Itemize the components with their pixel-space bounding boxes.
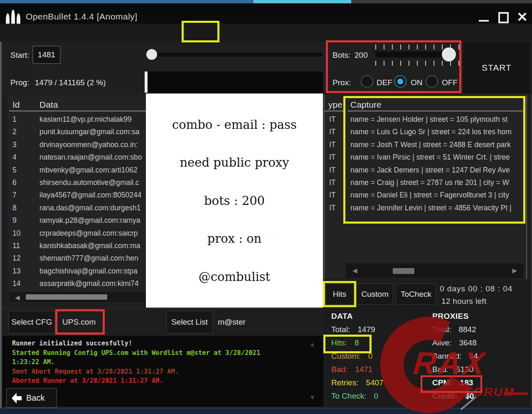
prog-value: 1479 / 141165 (2 %) (35, 78, 106, 87)
row-id: 14 (12, 277, 39, 290)
capture-row[interactable]: name = Josh T West | street = 2488 E des… (350, 138, 523, 151)
back-button[interactable]: Back (6, 388, 57, 408)
overlay-line: prox : on (207, 232, 262, 246)
row-data: mbvenky@gmail.com:arti1062 (39, 164, 138, 176)
row-data: crpradeeps@gmail.com:saicrp (39, 227, 138, 239)
hit-type: IT (329, 126, 344, 138)
column-header-id: Id (12, 100, 20, 110)
scroll-right-icon[interactable]: ▶ (512, 267, 517, 274)
back-label: Back (26, 393, 44, 403)
proxies-stats: Total:8842 Alive:3648 Banned:64 Bad:5130… (432, 325, 478, 405)
capture-row[interactable]: name = Jennifer Levin | street = 4856 Ve… (350, 202, 523, 214)
scroll-up-icon[interactable]: ▲ (309, 341, 315, 347)
row-id: 11 (12, 239, 39, 252)
prox-on-radio[interactable] (394, 75, 406, 88)
scroll-down-icon[interactable]: ▼ (309, 394, 315, 400)
top-border-blue (0, 0, 254, 3)
capture-row[interactable]: name = Ivan Pirsic | street = 51 Winter … (350, 151, 523, 163)
row-id: 12 (12, 252, 39, 264)
elapsed-time: 0 days 00 : 08 : 04 (440, 284, 512, 293)
select-list-button[interactable]: Select List (166, 311, 213, 333)
list-value[interactable]: m@ster (218, 318, 246, 327)
stat-proxy-alive: Alive:3648 (432, 338, 478, 352)
prog-caption: Prog: (10, 78, 29, 87)
tab-tocheck[interactable]: ToCheck (396, 283, 436, 305)
minimize-icon[interactable] (479, 20, 489, 22)
capture-row[interactable]: name = Jack Demers | street = 1247 Del R… (350, 164, 523, 176)
hit-type: IT (329, 202, 344, 214)
log-line: 1:23:22 AM. (12, 357, 307, 367)
prox-def-label[interactable]: DEF (377, 78, 392, 87)
prox-def-radio[interactable] (361, 75, 373, 88)
log-line: Started Running Config UPS.com with Word… (12, 348, 307, 358)
capture-panel: Capture name = Jensen Holder | street = … (344, 95, 528, 279)
row-data: punit.kusumgar@gmail.com:sa (39, 126, 140, 138)
prox-on-label[interactable]: ON (411, 78, 423, 87)
row-data: shemanth777@gmail.com:hen (39, 252, 138, 264)
row-data: kasiam11@vp.pl:michalak99 (39, 113, 132, 126)
bots-slider-thumb[interactable] (442, 47, 456, 62)
progress-bar (145, 71, 323, 93)
capture-hscrollbar[interactable]: ◀ ▶ (346, 263, 524, 278)
menu-bar: Runner Proxies Wordlists Configs Hits DB… (0, 24, 532, 42)
log-line: Runner initialized succesfully! (12, 339, 307, 348)
scroll-left-icon[interactable]: ◀ (15, 294, 20, 301)
capture-rows: name = Jensen Holder | street = 105 plym… (350, 113, 523, 214)
capture-vscrollbar[interactable] (526, 95, 527, 279)
prox-off-label[interactable]: OFF (442, 78, 458, 87)
capture-row[interactable]: name = Craig | street = 2787 us rte 201 … (350, 176, 523, 189)
table-hscroll-thumb[interactable] (26, 294, 107, 300)
top-border-cyan (254, 0, 351, 3)
time-remaining: 12 hours left (441, 297, 486, 306)
bots-value: 200 (355, 51, 368, 60)
stat-custom: Custom:0 (331, 352, 384, 365)
hit-type: IT (329, 151, 344, 163)
column-header-data: Data (39, 100, 58, 110)
tab-custom[interactable]: Custom (357, 283, 393, 305)
type-column-divider (324, 95, 325, 279)
window-bottom-edge (0, 408, 532, 414)
row-data: shirsendu.automotive@gmail.c (39, 176, 139, 189)
start-button[interactable]: START (462, 42, 531, 94)
scroll-left-icon[interactable]: ◀ (352, 267, 357, 274)
row-data: kanishkabasak@gmail.com:ma (39, 239, 140, 252)
start-position-input[interactable] (32, 46, 61, 64)
row-data: ramyak.p28@gmail.com:ramya (39, 214, 140, 227)
header-divider (347, 111, 524, 111)
row-data: bagchishivaji@gmail.com:stpa (39, 265, 138, 277)
hit-type: IT (329, 164, 344, 176)
stat-proxy-total: Total:8842 (432, 325, 478, 338)
top-border-gray (351, 0, 532, 3)
back-arrow-icon (12, 392, 22, 404)
progress-fill (145, 71, 148, 93)
capture-row[interactable]: name = Luis G Lugo Sr | street = 224 los… (350, 126, 523, 138)
capture-hscroll-thumb[interactable] (393, 268, 414, 274)
stat-retries: Retries:5407 (331, 378, 384, 392)
stat-credit: Credit:$0 (432, 392, 478, 405)
window-title: OpenBullet 1.4.4 [Anomaly] (26, 12, 138, 22)
close-icon[interactable]: ✕ (517, 9, 528, 25)
row-data: drvinayoommen@yahoo.co.in: (39, 138, 138, 151)
type-column: ype IT IT IT IT IT IT IT IT (324, 95, 344, 279)
hit-type: IT (329, 176, 344, 189)
row-data: rana.das@gmail.com:durgesh1 (39, 202, 140, 214)
start-slider[interactable] (146, 53, 323, 57)
bots-slider-ticks-bottom (375, 61, 459, 66)
row-id: 8 (12, 202, 39, 214)
title-bar: OpenBullet 1.4.4 [Anomaly] ✕ (0, 3, 532, 24)
start-label: Start: (10, 51, 29, 60)
openbullet-window: OpenBullet 1.4.4 [Anomaly] ✕ Runner Prox… (0, 0, 532, 414)
select-cfg-button[interactable]: Select CFG (8, 311, 55, 333)
window-right-edge (531, 95, 532, 407)
capture-row[interactable]: name = Jensen Holder | street = 105 plym… (350, 113, 523, 126)
cfg-value[interactable]: UPS.com (62, 318, 96, 327)
bots-slider[interactable] (375, 52, 447, 57)
tab-hits[interactable]: Hits (325, 283, 354, 305)
row-data: ilaya4567@gmail.com:8050244 (39, 189, 141, 201)
capture-row[interactable]: name = Daniel Eli | street = Fagervolltu… (350, 189, 523, 201)
column-header-capture: Capture (350, 100, 382, 110)
bots-label: Bots: (332, 51, 350, 60)
maximize-icon[interactable] (498, 12, 509, 23)
start-slider-thumb[interactable] (146, 49, 157, 60)
prox-off-radio[interactable] (426, 75, 438, 88)
